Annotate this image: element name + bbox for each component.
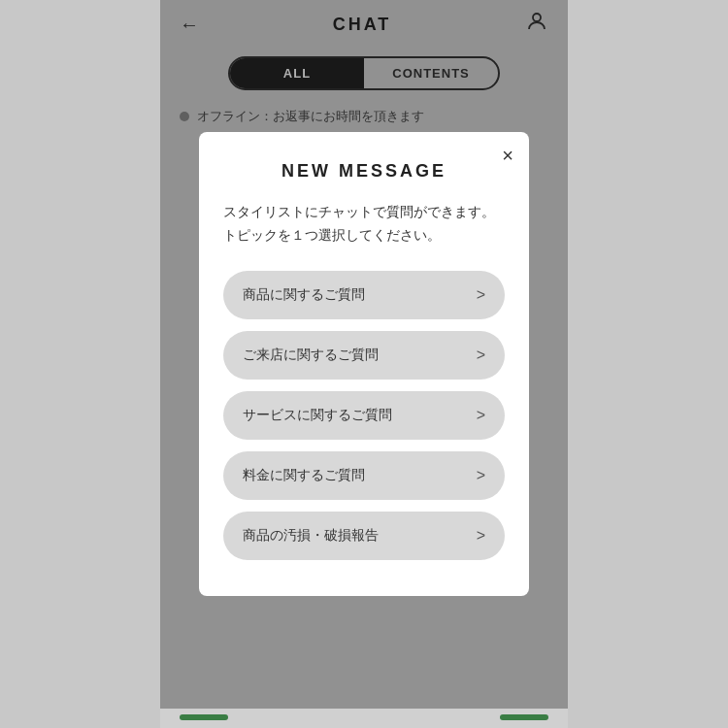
- topic-label-3: 料金に関するご質問: [243, 467, 365, 484]
- modal-overlay: × NEW MESSAGE スタイリストにチャットで質問ができます。 トピックを…: [160, 0, 568, 728]
- bottom-indicator-left: [180, 714, 228, 720]
- chevron-icon-3: >: [477, 467, 485, 484]
- topic-button-0[interactable]: 商品に関するご質問 >: [223, 271, 505, 319]
- topic-label-4: 商品の汚損・破損報告: [243, 527, 379, 545]
- modal-title: NEW MESSAGE: [223, 161, 505, 182]
- topic-button-4[interactable]: 商品の汚損・破損報告 >: [223, 512, 505, 560]
- topic-label-1: ご来店に関するご質問: [243, 347, 379, 364]
- bottom-indicator-right: [500, 714, 548, 720]
- chevron-icon-0: >: [477, 286, 485, 304]
- topic-button-1[interactable]: ご来店に関するご質問 >: [223, 331, 505, 380]
- chevron-icon-2: >: [477, 407, 485, 424]
- topic-label-2: サービスに関するご質問: [243, 407, 392, 424]
- topic-button-2[interactable]: サービスに関するご質問 >: [223, 391, 505, 440]
- chevron-icon-1: >: [477, 347, 485, 364]
- modal-description: スタイリストにチャットで質問ができます。 トピックを１つ選択してください。: [223, 201, 505, 248]
- phone-frame: ← CHAT ALL CONTENTS オフライン：お返事にお時間を頂きます チ…: [160, 0, 568, 728]
- new-message-modal: × NEW MESSAGE スタイリストにチャットで質問ができます。 トピックを…: [199, 132, 529, 597]
- topic-label-0: 商品に関するご質問: [243, 286, 365, 304]
- close-button[interactable]: ×: [502, 146, 513, 165]
- bottom-bar: [160, 709, 568, 728]
- chevron-icon-4: >: [477, 527, 485, 545]
- topic-button-3[interactable]: 料金に関するご質問 >: [223, 451, 505, 500]
